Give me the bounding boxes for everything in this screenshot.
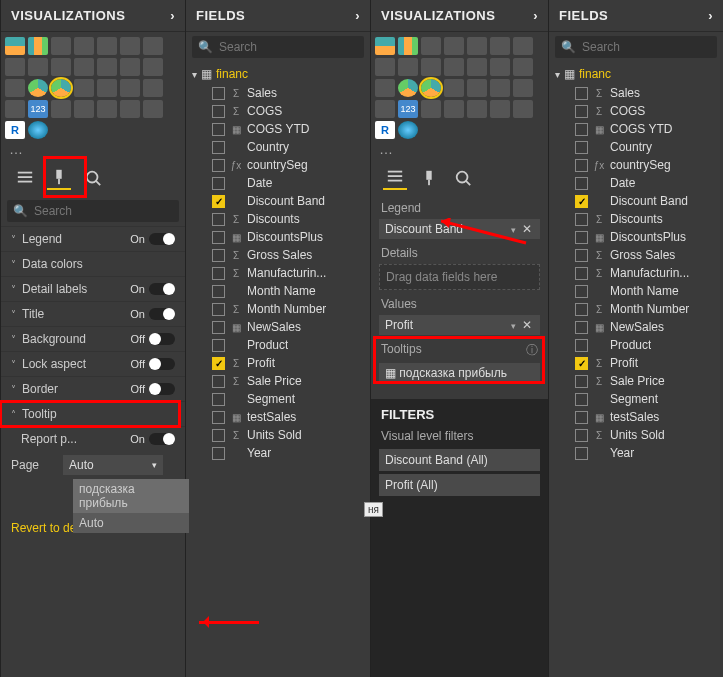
field-row[interactable]: ΣSales xyxy=(190,84,366,102)
field-row[interactable]: ΣCOGS xyxy=(190,102,366,120)
viz-column-icon[interactable] xyxy=(28,37,48,55)
field-row[interactable]: Segment xyxy=(553,390,719,408)
field-row[interactable]: ΣDiscounts xyxy=(553,210,719,228)
format-row[interactable]: ˅Data colors xyxy=(1,251,185,276)
checkbox[interactable] xyxy=(575,141,588,154)
legend-well[interactable]: Discount Band▾✕ xyxy=(379,219,540,239)
table-header[interactable]: ▾▦financ xyxy=(553,64,719,84)
viz-icon[interactable] xyxy=(143,37,163,55)
viz-icon[interactable] xyxy=(513,100,533,118)
viz-icon[interactable] xyxy=(51,58,71,76)
checkbox[interactable] xyxy=(212,321,225,334)
checkbox[interactable]: ✓ xyxy=(212,357,225,370)
field-row[interactable]: Date xyxy=(553,174,719,192)
viz-icon[interactable] xyxy=(51,37,71,55)
field-row[interactable]: ΣManufacturin... xyxy=(553,264,719,282)
values-well[interactable]: Profit▾✕ xyxy=(379,315,540,335)
chevron-right-icon[interactable]: › xyxy=(355,8,360,23)
field-row[interactable]: Segment xyxy=(190,390,366,408)
viz-icon[interactable] xyxy=(490,37,510,55)
field-row[interactable]: ΣGross Sales xyxy=(553,246,719,264)
viz-stacked-bar-icon[interactable] xyxy=(375,37,395,55)
filter-item[interactable]: Profit (All) xyxy=(379,474,540,496)
viz-icon[interactable] xyxy=(97,58,117,76)
field-row[interactable]: ▦DiscountsPlus xyxy=(190,228,366,246)
checkbox[interactable] xyxy=(575,105,588,118)
analytics-tab-icon[interactable] xyxy=(451,166,475,190)
checkbox[interactable] xyxy=(212,159,225,172)
format-row[interactable]: ˅Lock aspectOff xyxy=(1,351,185,376)
checkbox[interactable]: ✓ xyxy=(575,195,588,208)
format-tab-icon[interactable] xyxy=(417,166,441,190)
field-row[interactable]: Year xyxy=(190,444,366,462)
report-page-toggle[interactable]: On xyxy=(130,433,175,445)
field-row[interactable]: Date xyxy=(190,174,366,192)
chevron-down-icon[interactable]: ˅ xyxy=(11,259,16,270)
viz-card-icon[interactable]: 123 xyxy=(28,100,48,118)
viz-icon[interactable] xyxy=(513,58,533,76)
field-row[interactable]: ƒxcountrySeg xyxy=(553,156,719,174)
format-row[interactable]: ˅Detail labelsOn xyxy=(1,276,185,301)
checkbox[interactable] xyxy=(575,123,588,136)
viz-donut-icon[interactable] xyxy=(51,79,71,97)
field-row[interactable]: Product xyxy=(553,336,719,354)
field-row[interactable]: Month Name xyxy=(553,282,719,300)
page-dropdown[interactable]: Auto▾ xyxy=(63,455,163,475)
chevron-down-icon[interactable]: ˅ xyxy=(11,359,16,370)
remove-icon[interactable]: ✕ xyxy=(520,318,534,332)
viz-globe-icon[interactable] xyxy=(28,121,48,139)
chevron-down-icon[interactable]: ˅ xyxy=(11,334,16,345)
viz-icon[interactable] xyxy=(120,37,140,55)
field-row[interactable]: ▦NewSales xyxy=(553,318,719,336)
checkbox[interactable] xyxy=(212,177,225,190)
format-row[interactable]: ˅BorderOff xyxy=(1,376,185,401)
checkbox[interactable] xyxy=(212,249,225,262)
checkbox[interactable] xyxy=(212,87,225,100)
format-row[interactable]: ˅BackgroundOff xyxy=(1,326,185,351)
checkbox[interactable]: ✓ xyxy=(212,195,225,208)
checkbox[interactable] xyxy=(212,429,225,442)
viz-kpi-icon[interactable] xyxy=(74,100,94,118)
viz-globe-icon[interactable] xyxy=(398,121,418,139)
fields-tab-icon[interactable] xyxy=(383,166,407,190)
checkbox[interactable] xyxy=(212,339,225,352)
viz-multicard-icon[interactable] xyxy=(51,100,71,118)
chevron-down-icon[interactable]: ˅ xyxy=(11,284,16,295)
viz-r-icon[interactable]: R xyxy=(375,121,395,139)
fields-tab-icon[interactable] xyxy=(13,166,37,190)
toggle[interactable]: Off xyxy=(131,383,175,395)
fields-search-input[interactable] xyxy=(219,40,358,54)
viz-icon[interactable] xyxy=(375,100,395,118)
checkbox[interactable] xyxy=(575,321,588,334)
chevron-down-icon[interactable]: ˅ xyxy=(11,384,16,395)
checkbox[interactable] xyxy=(575,267,588,280)
checkbox[interactable] xyxy=(575,177,588,190)
checkbox[interactable] xyxy=(212,375,225,388)
chevron-right-icon[interactable]: › xyxy=(170,8,175,23)
viz-icon[interactable] xyxy=(513,37,533,55)
toggle[interactable]: On xyxy=(130,233,175,245)
checkbox[interactable] xyxy=(575,429,588,442)
toggle[interactable]: Off xyxy=(131,333,175,345)
toggle[interactable]: Off xyxy=(131,358,175,370)
field-row[interactable]: ΣManufacturin... xyxy=(190,264,366,282)
viz-matrix-icon[interactable] xyxy=(143,100,163,118)
format-search-input[interactable] xyxy=(34,204,173,218)
viz-pie-icon[interactable] xyxy=(398,79,418,97)
viz-icon[interactable] xyxy=(490,79,510,97)
field-row[interactable]: Product xyxy=(190,336,366,354)
field-row[interactable]: ΣUnits Sold xyxy=(553,426,719,444)
field-row[interactable]: ✓Discount Band xyxy=(553,192,719,210)
viz-icon[interactable] xyxy=(421,58,441,76)
checkbox[interactable] xyxy=(575,411,588,424)
viz-filled-map-icon[interactable] xyxy=(120,79,140,97)
checkbox[interactable] xyxy=(212,447,225,460)
viz-area-icon[interactable] xyxy=(28,58,48,76)
viz-stacked-bar-icon[interactable] xyxy=(5,37,25,55)
viz-funnel-icon[interactable] xyxy=(143,79,163,97)
table-header[interactable]: ▾▦financ xyxy=(190,64,366,84)
more-icon[interactable]: … xyxy=(371,141,548,160)
viz-icon[interactable] xyxy=(120,58,140,76)
viz-icon[interactable] xyxy=(444,79,464,97)
checkbox[interactable] xyxy=(575,159,588,172)
